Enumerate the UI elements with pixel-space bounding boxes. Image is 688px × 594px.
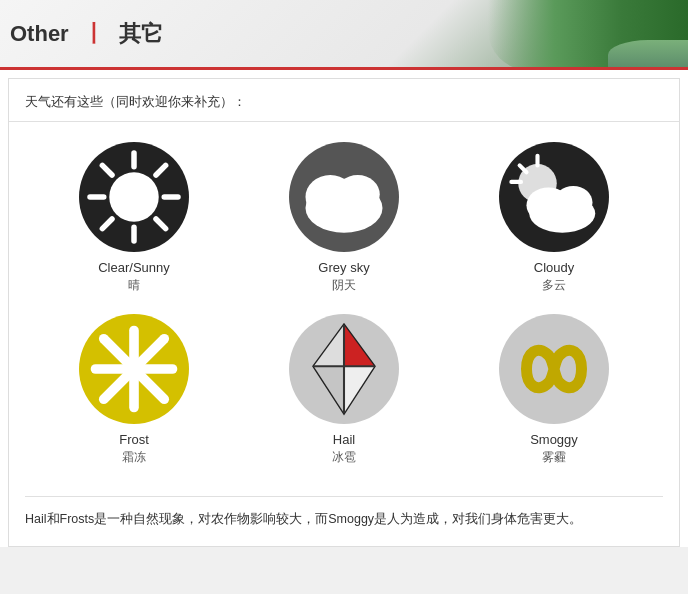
greysky-icon-circle	[289, 142, 399, 252]
svg-point-18	[554, 186, 593, 219]
greysky-name-zh: 阴天	[332, 277, 356, 294]
footer-text: Hail和Frosts是一种自然现象，对农作物影响较大，而Smoggy是人为造成…	[9, 497, 679, 546]
weather-item-smoggy: Smoggy 雾霾	[474, 314, 634, 466]
sunny-name-en: Clear/Sunny	[98, 260, 170, 275]
page-wrapper: Other 丨 其它 天气还有这些（同时欢迎你来补充）：	[0, 0, 688, 547]
weather-item-greysky: Grey sky 阴天	[264, 142, 424, 294]
frost-name-en: Frost	[119, 432, 149, 447]
hail-icon-circle	[289, 314, 399, 424]
smoggy-icon-circle	[499, 314, 609, 424]
intro-text: 天气还有这些（同时欢迎你来补充）：	[9, 79, 679, 122]
weather-item-cloudy: Cloudy 多云	[474, 142, 634, 294]
sunny-name-zh: 晴	[128, 277, 140, 294]
weather-grid: Clear/Sunny 晴 Grey sky 阴天	[9, 122, 679, 496]
header-title-zh: 其它	[119, 21, 163, 46]
svg-line-8	[102, 219, 112, 229]
hail-name-en: Hail	[333, 432, 355, 447]
greysky-icon	[289, 142, 399, 252]
svg-line-15	[520, 165, 527, 172]
hail-name-zh: 冰雹	[332, 449, 356, 466]
sunny-icon-circle	[79, 142, 189, 252]
svg-line-7	[156, 165, 166, 175]
hail-icon	[289, 314, 399, 424]
frost-icon	[79, 314, 189, 424]
svg-line-6	[156, 219, 166, 229]
weather-item-hail: Hail 冰雹	[264, 314, 424, 466]
header-title-en: Other	[10, 21, 69, 46]
sunny-icon	[79, 142, 189, 252]
smoggy-name-zh: 雾霾	[542, 449, 566, 466]
cloudy-icon	[499, 142, 609, 252]
cloudy-name-en: Cloudy	[534, 260, 574, 275]
greysky-name-en: Grey sky	[318, 260, 369, 275]
cloudy-name-zh: 多云	[542, 277, 566, 294]
header-title: Other 丨 其它	[10, 19, 163, 49]
content-area: 天气还有这些（同时欢迎你来补充）：	[8, 78, 680, 547]
smoggy-icon	[499, 314, 609, 424]
smoggy-name-en: Smoggy	[530, 432, 578, 447]
svg-point-11	[336, 175, 380, 214]
header-background	[488, 0, 688, 70]
weather-item-sunny: Clear/Sunny 晴	[54, 142, 214, 294]
svg-line-5	[102, 165, 112, 175]
frost-icon-circle	[79, 314, 189, 424]
weather-item-frost: Frost 霜冻	[54, 314, 214, 466]
header: Other 丨 其它	[0, 0, 688, 70]
cloudy-icon-circle	[499, 142, 609, 252]
svg-point-0	[109, 172, 159, 222]
header-separator: 丨	[83, 21, 105, 46]
frost-name-zh: 霜冻	[122, 449, 146, 466]
